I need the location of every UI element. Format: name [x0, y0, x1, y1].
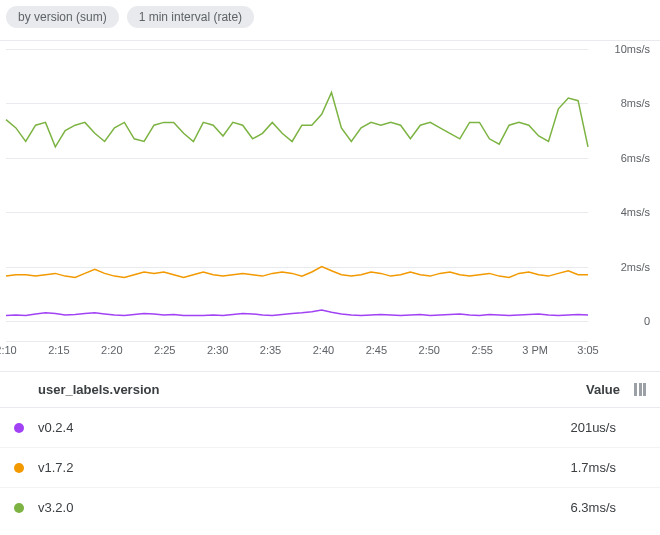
x-axis-label: 2:25 [154, 344, 175, 356]
series-swatch [14, 503, 24, 513]
y-axis-label: 8ms/s [621, 97, 650, 109]
legend-value-column-header: Value [586, 382, 634, 397]
chip-interval[interactable]: 1 min interval (rate) [127, 6, 254, 28]
x-axis-label: 2:40 [313, 344, 334, 356]
chart-x-axis: 2:102:152:202:252:302:352:402:452:502:55… [6, 341, 588, 359]
legend-series-value: 201us/s [570, 420, 646, 435]
chart-area: 02ms/s4ms/s6ms/s8ms/s10ms/s [0, 41, 660, 341]
y-axis-label: 0 [644, 315, 650, 327]
series-line-v3.2.0 [6, 93, 588, 147]
legend-series-value: 1.7ms/s [570, 460, 646, 475]
y-axis-label: 4ms/s [621, 206, 650, 218]
legend-series-value: 6.3ms/s [570, 500, 646, 515]
legend-row[interactable]: v3.2.06.3ms/s [0, 488, 660, 527]
filter-chip-row: by version (sum) 1 min interval (rate) [0, 0, 660, 41]
x-axis-label: 3 PM [522, 344, 548, 356]
y-axis-label: 6ms/s [621, 152, 650, 164]
series-swatch [14, 423, 24, 433]
gridline [6, 321, 588, 322]
x-axis-label: 3:05 [577, 344, 598, 356]
legend-series-name: v3.2.0 [38, 500, 570, 515]
x-axis-label: 2:30 [207, 344, 228, 356]
x-axis-label: 2:45 [366, 344, 387, 356]
x-axis-label: 2:55 [471, 344, 492, 356]
legend-series-name: v0.2.4 [38, 420, 570, 435]
chart-plot[interactable]: 02ms/s4ms/s6ms/s8ms/s10ms/s [6, 49, 588, 321]
legend-header: user_labels.version Value [0, 372, 660, 408]
chip-aggregation[interactable]: by version (sum) [6, 6, 119, 28]
y-axis-label: 2ms/s [621, 261, 650, 273]
x-axis-label: 2:50 [419, 344, 440, 356]
columns-icon[interactable] [634, 383, 646, 396]
x-axis-label: 2:20 [101, 344, 122, 356]
y-axis-label: 10ms/s [615, 43, 650, 55]
x-axis-label: 2:15 [48, 344, 69, 356]
series-line-v0.2.4 [6, 310, 588, 316]
x-axis-label: 2:35 [260, 344, 281, 356]
series-swatch [14, 463, 24, 473]
legend-table: user_labels.version Value v0.2.4201us/sv… [0, 371, 660, 527]
legend-series-column-header: user_labels.version [38, 382, 159, 397]
legend-row[interactable]: v0.2.4201us/s [0, 408, 660, 448]
legend-series-name: v1.7.2 [38, 460, 570, 475]
x-axis-label: 2:10 [0, 344, 17, 356]
series-line-v1.7.2 [6, 267, 588, 278]
legend-row[interactable]: v1.7.21.7ms/s [0, 448, 660, 488]
